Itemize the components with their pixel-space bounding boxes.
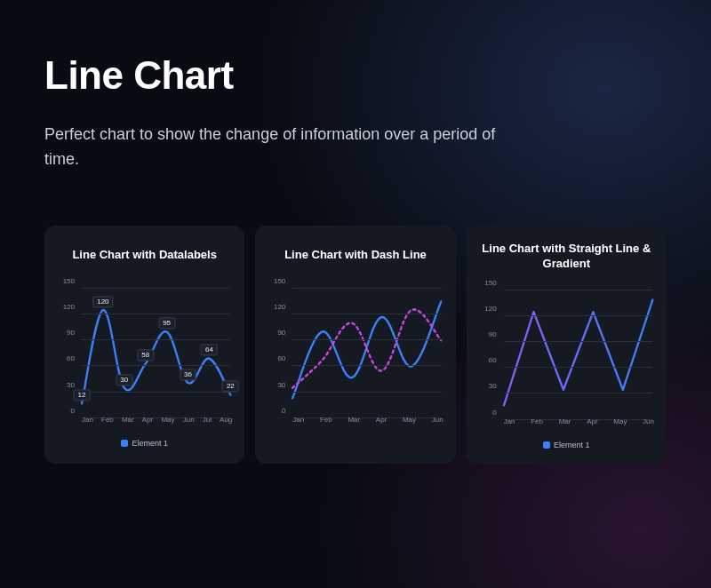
x-tick-label: Mar: [348, 416, 360, 432]
y-tick-label: 120: [274, 302, 285, 310]
chart-card-dashline: Line Chart with Dash Line 0306090120150 …: [255, 226, 455, 464]
x-tick-label: Apr: [376, 416, 387, 432]
grid-line: [292, 365, 441, 366]
y-tick-label: 120: [484, 304, 496, 312]
x-tick-label: Jun: [183, 416, 195, 432]
grid-line: [82, 314, 230, 314]
grid-line: [82, 365, 230, 366]
chart-card-gradient: Line Chart with Straight Line & Gradient…: [467, 226, 667, 464]
x-tick-label: Feb: [320, 416, 332, 432]
y-tick-label: 60: [489, 356, 497, 364]
x-tick-label: May: [613, 417, 627, 433]
data-label: 120: [92, 296, 113, 307]
x-tick-label: Jun: [643, 417, 654, 433]
chart-title: Line Chart with Dash Line: [268, 242, 443, 270]
chart-legend: Element 1: [479, 441, 654, 449]
y-tick-label: 0: [71, 406, 75, 414]
y-tick-label: 0: [492, 408, 496, 416]
legend-label: Element 1: [554, 441, 590, 449]
y-tick-label: 90: [489, 330, 497, 338]
chart-cards-row: Line Chart with Datalabels 0306090120150…: [44, 226, 667, 464]
x-tick-label: Jun: [432, 416, 443, 432]
y-tick-label: 60: [277, 354, 285, 362]
grid-line: [82, 392, 230, 393]
x-tick-label: May: [403, 416, 416, 432]
line-series: [82, 310, 230, 403]
chart-svg: [504, 286, 652, 416]
x-tick-label: Jan: [292, 416, 304, 432]
data-label: 95: [158, 318, 175, 330]
grid-line: [504, 315, 652, 316]
x-tick-label: May: [161, 416, 174, 432]
y-tick-label: 150: [484, 278, 496, 286]
x-tick-label: Feb: [101, 416, 114, 432]
x-tick-label: Mar: [559, 417, 571, 433]
grid-line: [82, 339, 230, 340]
grid-line: [504, 341, 652, 342]
legend-color-icon: [121, 440, 128, 447]
x-tick-label: Feb: [531, 417, 543, 433]
x-tick-label: Apr: [142, 416, 153, 432]
y-tick-label: 150: [274, 276, 285, 284]
grid-line: [292, 339, 441, 340]
y-tick-label: 60: [67, 354, 75, 362]
data-label: 36: [180, 369, 196, 380]
legend-label: Element 1: [132, 439, 168, 448]
y-tick-label: 0: [282, 406, 285, 414]
y-tick-label: 90: [67, 329, 75, 337]
data-label: 58: [137, 350, 154, 362]
grid-line: [504, 393, 652, 393]
x-tick-label: Jul: [203, 416, 212, 432]
chart-card-datalabels: Line Chart with Datalabels 0306090120150…: [44, 226, 244, 464]
x-tick-label: Jan: [504, 417, 515, 433]
x-tick-label: Apr: [587, 417, 597, 433]
x-tick-label: Aug: [220, 416, 232, 432]
chart-area: 0306090120150 JanFebMarAprMayJun: [268, 281, 443, 432]
legend-color-icon: [543, 441, 550, 449]
page-subtitle: Perfect chart to show the change of info…: [44, 123, 524, 172]
y-tick-label: 150: [63, 276, 75, 284]
chart-legend: Element 1: [57, 439, 232, 448]
grid-line: [292, 392, 441, 393]
grid-line: [82, 288, 230, 289]
x-tick-label: Mar: [122, 416, 134, 432]
page-title: Line Chart: [44, 53, 667, 98]
chart-title: Line Chart with Datalabels: [57, 242, 232, 270]
y-tick-label: 30: [489, 382, 497, 390]
grid-line: [504, 290, 652, 290]
chart-svg: [292, 284, 441, 414]
y-tick-label: 30: [67, 380, 75, 388]
data-label: 64: [201, 345, 218, 356]
grid-line: [504, 367, 652, 368]
grid-line: [292, 288, 441, 289]
y-tick-label: 90: [277, 329, 285, 337]
data-label: 30: [116, 374, 132, 385]
x-tick-label: Jan: [82, 416, 93, 432]
y-tick-label: 120: [63, 302, 75, 310]
grid-line: [292, 314, 441, 314]
line-series: [292, 309, 441, 387]
chart-area: 0306090120150 12120305895366422 JanFebMa…: [57, 281, 232, 432]
chart-title: Line Chart with Straight Line & Gradient: [479, 242, 654, 272]
data-label: 12: [74, 389, 91, 401]
data-label: 22: [222, 381, 239, 393]
y-tick-label: 30: [277, 380, 285, 388]
chart-area: 0306090120150 JanFebMarAprMayJun: [479, 282, 654, 433]
